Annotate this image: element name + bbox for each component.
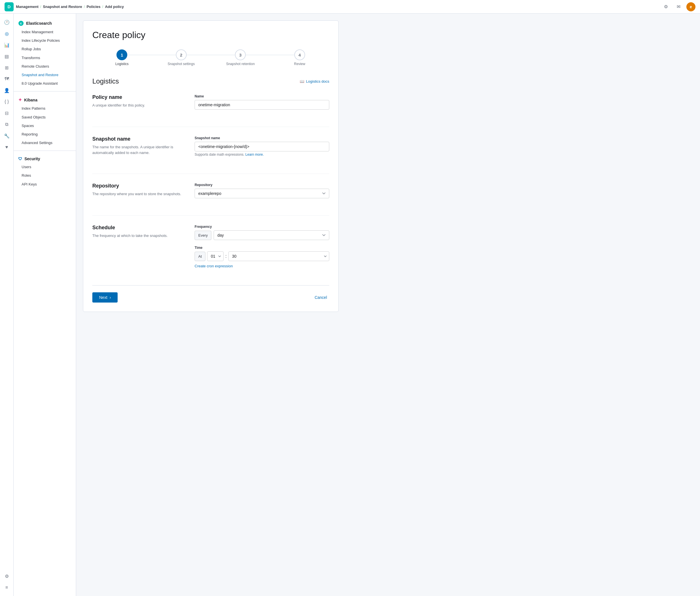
- next-button[interactable]: Next ›: [92, 292, 118, 302]
- time-label: Time: [195, 246, 329, 250]
- step-1-circle: 1: [117, 49, 127, 60]
- repository-left: Repository The repository where you want…: [92, 183, 183, 204]
- kibana-title: Kibana: [24, 98, 38, 102]
- breadcrumb-sep-2: /: [84, 4, 85, 9]
- step-3-circle: 3: [235, 49, 246, 60]
- svg-text:E: E: [20, 22, 22, 25]
- sidebar-item-index-management[interactable]: Index Management: [14, 28, 76, 36]
- settings-icon[interactable]: ⚙: [661, 2, 671, 11]
- breadcrumb-snapshot-restore[interactable]: Snapshot and Restore: [43, 4, 82, 9]
- learn-more-link[interactable]: Learn more.: [246, 153, 264, 156]
- step-2[interactable]: 2 Snapshot settings: [152, 49, 211, 66]
- mail-icon[interactable]: ✉: [674, 2, 683, 11]
- security-icon: 🛡: [18, 156, 22, 161]
- sidebar-item-reporting[interactable]: Reporting: [14, 130, 76, 139]
- sidebar-item-spaces[interactable]: Spaces: [14, 122, 76, 130]
- step-4-circle: 4: [294, 49, 305, 60]
- sidebar-item-snapshot-restore[interactable]: Snapshot and Restore: [14, 71, 76, 79]
- elasticsearch-logo: E: [18, 21, 24, 26]
- menu-icon[interactable]: ≡: [2, 582, 12, 593]
- policy-name-left: Policy name A unique identifier for this…: [92, 94, 183, 115]
- stack-icon[interactable]: ⊟: [2, 108, 12, 118]
- user-avatar[interactable]: e: [686, 2, 696, 11]
- schedule-right: Frequency Every day Time At: [195, 225, 329, 274]
- gear-icon[interactable]: ⚙: [2, 571, 12, 581]
- sidebar-item-roles[interactable]: Roles: [14, 171, 76, 180]
- sidebar-item-advanced-settings[interactable]: Advanced Settings: [14, 139, 76, 147]
- layers-icon[interactable]: ⧉: [2, 119, 12, 129]
- book-icon: 📖: [300, 79, 304, 83]
- snapshot-name-right: Snapshot name Supports date math express…: [195, 136, 329, 162]
- time-field-group: Time At 01 : 30 Create cron expression: [195, 246, 329, 268]
- policy-name-heading: Policy name: [92, 94, 183, 100]
- map-icon[interactable]: 🗺: [2, 74, 12, 84]
- hour-select[interactable]: 01: [207, 251, 224, 261]
- main-content: Create policy 1 Logistics 2 Snapshot set…: [76, 14, 700, 596]
- policy-name-input[interactable]: [195, 100, 329, 110]
- grid-icon[interactable]: ⊞: [2, 63, 12, 73]
- breadcrumb-policies[interactable]: Policies: [86, 4, 101, 9]
- sidebar-item-ilm[interactable]: Index Lifecycle Policies: [14, 36, 76, 45]
- heart-icon[interactable]: ♥: [2, 142, 12, 152]
- sidebar-item-saved-objects[interactable]: Saved Objects: [14, 113, 76, 122]
- code-icon[interactable]: { }: [2, 97, 12, 107]
- clock-icon[interactable]: 🕐: [2, 17, 12, 27]
- breadcrumb-add-policy: Add policy: [105, 4, 124, 9]
- icon-rail: 🕐 ◎ 📊 ▤ ⊞ 🗺 👤 { } ⊟ ⧉ 🔧 ♥ ⚙ ≡: [0, 14, 14, 596]
- step-4[interactable]: 4 Review: [270, 49, 329, 66]
- step-3[interactable]: 3 Snapshot retention: [211, 49, 270, 66]
- elasticsearch-title: Elasticsearch: [26, 21, 52, 26]
- next-arrow-icon: ›: [110, 295, 111, 300]
- table-icon[interactable]: ▤: [2, 51, 12, 61]
- top-nav: D Management / Snapshot and Restore / Po…: [0, 0, 700, 14]
- sidebar-divider-1: [14, 91, 76, 92]
- snapshot-name-field-group: Snapshot name Supports date math express…: [195, 136, 329, 156]
- repository-field-group: Repository examplerepo: [195, 183, 329, 198]
- frequency-select[interactable]: day: [214, 230, 329, 240]
- every-badge: Every: [195, 231, 211, 240]
- breadcrumb-management[interactable]: Management: [16, 4, 39, 9]
- top-nav-icons: ⚙ ✉ e: [661, 2, 696, 11]
- step-2-label: Snapshot settings: [168, 62, 195, 66]
- repository-select[interactable]: examplerepo: [195, 189, 329, 198]
- step-2-circle: 2: [176, 49, 186, 60]
- user-icon[interactable]: 👤: [2, 85, 12, 96]
- compass-icon[interactable]: ◎: [2, 28, 12, 39]
- snapshot-name-desc: The name for the snapshots. A unique ide…: [92, 144, 183, 155]
- sidebar-item-remote-clusters[interactable]: Remote Clusters: [14, 62, 76, 71]
- divider-2: [92, 174, 329, 174]
- frequency-field-group: Frequency Every day: [195, 225, 329, 240]
- cron-expression-link[interactable]: Create cron expression: [195, 264, 233, 268]
- sidebar-item-transforms[interactable]: Transforms: [14, 54, 76, 62]
- sidebar-item-users[interactable]: Users: [14, 163, 76, 171]
- snapshot-name-field-label: Snapshot name: [195, 136, 329, 140]
- divider-3: [92, 215, 329, 216]
- schedule-section: Schedule The frequency at which to take …: [92, 225, 329, 274]
- sidebar-item-upgrade[interactable]: 8.0 Upgrade Assistant: [14, 79, 76, 88]
- sidebar-item-api-keys[interactable]: API Keys: [14, 180, 76, 189]
- sidebar: E Elasticsearch Index Management Index L…: [14, 14, 76, 596]
- snapshot-name-left: Snapshot name The name for the snapshots…: [92, 136, 183, 162]
- app-logo[interactable]: D: [4, 2, 14, 11]
- at-badge: At: [195, 252, 205, 261]
- minute-select[interactable]: 30: [228, 251, 329, 261]
- security-title: Security: [24, 156, 40, 161]
- name-field-label: Name: [195, 94, 329, 98]
- repository-right: Repository examplerepo: [195, 183, 329, 204]
- schedule-heading: Schedule: [92, 225, 183, 231]
- chart-icon[interactable]: 📊: [2, 40, 12, 50]
- repository-heading: Repository: [92, 183, 183, 189]
- divider-1: [92, 127, 329, 127]
- snapshot-name-input[interactable]: [195, 142, 329, 151]
- policy-name-desc: A unique identifier for this policy.: [92, 103, 183, 108]
- page-card: Create policy 1 Logistics 2 Snapshot set…: [83, 21, 339, 312]
- sidebar-item-index-patterns[interactable]: Index Patterns: [14, 104, 76, 113]
- sidebar-item-rollup[interactable]: Rollup Jobs: [14, 45, 76, 53]
- cancel-button[interactable]: Cancel: [312, 292, 329, 302]
- logistics-docs-link[interactable]: 📖 Logistics docs: [300, 79, 329, 83]
- kibana-section-title: ✦ Kibana: [14, 95, 76, 104]
- wrench-icon[interactable]: 🔧: [2, 131, 12, 141]
- schedule-left: Schedule The frequency at which to take …: [92, 225, 183, 274]
- logistics-docs-label: Logistics docs: [306, 79, 329, 83]
- step-1[interactable]: 1 Logistics: [92, 49, 152, 66]
